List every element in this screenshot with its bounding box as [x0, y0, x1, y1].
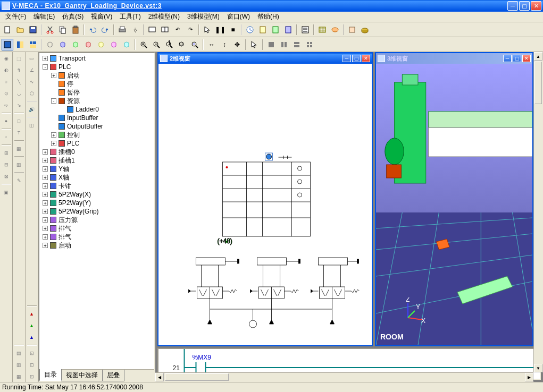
mdi-2d-max[interactable]: ▢ — [352, 55, 361, 62]
box4-button[interactable] — [95, 39, 107, 50]
scroll-up-button[interactable]: ▲ — [534, 52, 542, 61]
shape-box-icon[interactable]: ▭ — [27, 53, 37, 64]
grid1-button[interactable] — [265, 39, 277, 50]
pause-button[interactable]: ❚❚ — [214, 24, 226, 36]
tree-node[interactable]: +压力源 — [40, 216, 153, 224]
workspace-scrollbar-h[interactable]: ◀ ▶ — [155, 372, 533, 382]
tree-node[interactable]: OutputBuffer — [40, 122, 153, 131]
tree-node[interactable]: -资源 — [40, 97, 153, 105]
tree-node[interactable]: -PLC — [40, 63, 153, 71]
tree-expand-icon[interactable]: + — [43, 158, 48, 163]
layout3-button[interactable] — [27, 39, 39, 50]
zoom-in-button[interactable] — [138, 39, 149, 50]
schematic-viewport[interactable]: (+48) — [158, 64, 372, 345]
scroll-right-button[interactable]: ▶ — [525, 373, 533, 381]
find-button[interactable]: ⎀ — [129, 24, 141, 36]
render1-button[interactable] — [316, 24, 328, 36]
scroll-thumb-h[interactable] — [165, 373, 229, 381]
shape-poly-icon[interactable]: ⬠ — [27, 88, 37, 99]
tree-node[interactable]: 停 — [40, 80, 153, 88]
menu-view[interactable]: 视窗(V) — [88, 11, 115, 22]
tool-arrow-icon[interactable]: ↘ — [14, 100, 24, 110]
tree-node[interactable]: +X轴 — [40, 173, 153, 182]
grid2-button[interactable] — [278, 39, 290, 50]
render2-button[interactable] — [329, 24, 341, 36]
minimize-button[interactable]: ─ — [507, 1, 518, 11]
shape-curve-icon[interactable]: ∿ — [27, 76, 37, 87]
copy-button[interactable] — [57, 24, 69, 36]
comp-t4-icon[interactable]: ▣ — [1, 187, 12, 198]
zoom-window-button[interactable] — [176, 39, 188, 50]
tool-q2-icon[interactable]: ▲ — [27, 320, 37, 331]
menu-model2d[interactable]: 2维模型(N) — [145, 11, 183, 22]
pointer-button[interactable] — [202, 24, 213, 36]
tree-node[interactable]: +Y轴 — [40, 165, 153, 173]
tool-r2-icon[interactable]: ⊡ — [27, 360, 37, 370]
open-button[interactable] — [14, 24, 26, 36]
tree-tab-cascade[interactable]: 层叠 — [102, 370, 124, 381]
pan-xy-button[interactable]: ✥ — [231, 39, 243, 50]
tree-expand-icon[interactable]: + — [43, 183, 48, 189]
grid3-button[interactable] — [291, 39, 303, 50]
tree-expand-icon[interactable]: + — [43, 234, 48, 240]
comp-sq-icon[interactable]: ▫ — [1, 132, 12, 142]
tree-node[interactable]: +插槽0 — [40, 148, 153, 156]
redo2-button[interactable]: ↷ — [185, 24, 196, 36]
doc2-button[interactable] — [270, 24, 281, 36]
tool-line-icon[interactable]: ╲ — [14, 76, 24, 87]
tool-c-icon[interactable]: ▥ — [14, 159, 24, 170]
tree-expand-icon[interactable]: - — [51, 98, 56, 104]
print-button[interactable] — [116, 24, 128, 36]
tree-expand-icon[interactable]: + — [43, 56, 48, 61]
stop-button[interactable]: ■ — [227, 24, 239, 36]
paste-button[interactable] — [70, 24, 81, 36]
tree-expand-icon[interactable]: + — [43, 226, 48, 231]
book-button[interactable] — [346, 24, 358, 36]
new-button[interactable] — [2, 24, 13, 36]
tree-node[interactable]: +排气 — [40, 224, 153, 233]
mdi-3d-min[interactable]: ─ — [503, 55, 512, 62]
tree-expand-icon[interactable]: + — [43, 175, 48, 180]
tool-r1-icon[interactable]: ⊡ — [27, 348, 37, 359]
doc1-button[interactable] — [257, 24, 269, 36]
scroll-down-button[interactable]: ▼ — [534, 364, 542, 372]
box3-button[interactable] — [82, 39, 94, 50]
tree-tab-selection[interactable]: 视图中选择 — [61, 370, 103, 381]
zoom-fit-button[interactable] — [189, 39, 201, 50]
tree-node[interactable]: Ladder0 — [40, 105, 153, 114]
pan-y-button[interactable]: ↕ — [219, 39, 230, 50]
box1-button[interactable] — [57, 39, 69, 50]
menu-tool[interactable]: 工具(T) — [116, 11, 144, 22]
tree-node[interactable]: InputBuffer — [40, 114, 153, 122]
close-button[interactable]: ✕ — [531, 1, 541, 11]
doc3-button[interactable] — [282, 24, 294, 36]
shape-angle-icon[interactable]: ∠ — [27, 65, 37, 75]
tree-node[interactable]: +启动 — [40, 241, 153, 250]
tree-node[interactable]: +排气 — [40, 233, 153, 241]
tool-q1-icon[interactable]: ▲ — [27, 309, 37, 319]
layout1-button[interactable] — [2, 39, 13, 50]
tree-expand-icon[interactable]: + — [51, 132, 56, 138]
comp-circle-icon[interactable]: ○ — [1, 76, 12, 87]
mdi-window-2d[interactable]: 2维视窗 ─ ▢ ✕ — [157, 52, 373, 346]
project-tree[interactable]: +Transport-PLC+启动停暂停-资源Ladder0InputBuffe… — [39, 53, 154, 369]
tree-expand-icon[interactable]: + — [43, 243, 48, 248]
comp-spring-icon[interactable]: ⤽ — [1, 100, 12, 110]
menu-file[interactable]: 文件(F) — [2, 11, 29, 22]
comp-pump-icon[interactable]: ◉ — [1, 53, 12, 64]
mdi-window-3d[interactable]: 3维视窗 ─ ▢ ✕ — [375, 52, 533, 346]
comp-btn-icon[interactable]: ◐ — [1, 65, 12, 75]
redo-button[interactable] — [99, 24, 111, 36]
pan-x-button[interactable]: ↔ — [206, 39, 218, 50]
tool-p2-icon[interactable]: ▥ — [14, 360, 24, 370]
save-button[interactable] — [27, 24, 39, 36]
undo-button[interactable] — [87, 24, 98, 36]
tree-expand-icon[interactable]: + — [43, 192, 48, 197]
tree-tab-catalog[interactable]: 目录 — [39, 369, 62, 381]
shape-a-icon[interactable]: ◫ — [27, 120, 37, 131]
cut-button[interactable] — [44, 24, 56, 36]
menu-window[interactable]: 窗口(W) — [224, 11, 253, 22]
maximize-button[interactable]: ▢ — [519, 1, 530, 11]
box7-button[interactable] — [44, 39, 56, 50]
view3d-viewport[interactable]: Z Y X ROOM — [376, 64, 532, 345]
